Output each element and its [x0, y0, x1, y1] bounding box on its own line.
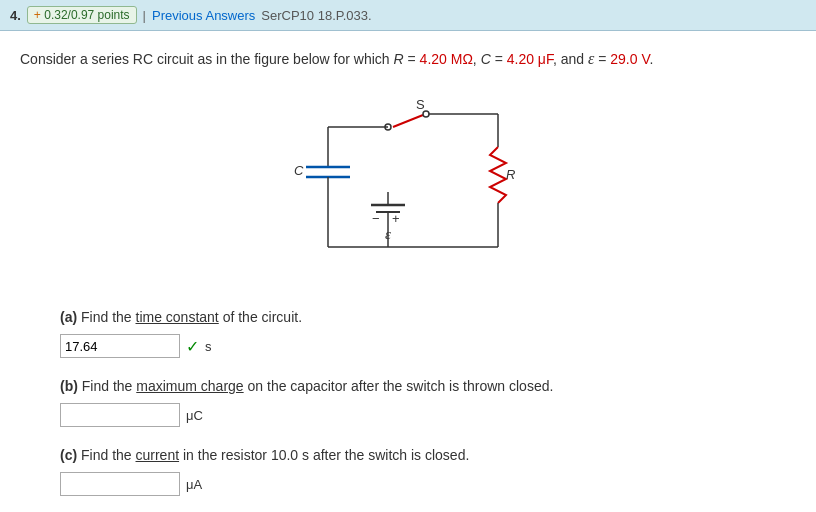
- svg-text:ε: ε: [385, 226, 391, 242]
- part-a-label: (a) Find the time constant of the circui…: [60, 307, 796, 328]
- reference-code: SerCP10 18.P.033.: [261, 8, 371, 23]
- points-value: 0.32/0.97 points: [44, 8, 129, 22]
- part-c-input[interactable]: [60, 472, 180, 496]
- part-b-answer-row: μC: [60, 403, 796, 427]
- svg-text:R: R: [506, 167, 515, 182]
- svg-text:+: +: [392, 211, 400, 226]
- separator: |: [143, 8, 146, 23]
- part-c-unit: μA: [186, 477, 202, 492]
- main-content: Consider a series RC circuit as in the f…: [0, 31, 816, 512]
- problem-statement: Consider a series RC circuit as in the f…: [20, 47, 796, 71]
- svg-text:−: −: [372, 211, 380, 226]
- part-a-answer-row: ✓ s: [60, 334, 796, 358]
- svg-line-2: [393, 115, 423, 127]
- part-c-answer-row: μA: [60, 472, 796, 496]
- part-a: (a) Find the time constant of the circui…: [60, 307, 796, 358]
- previous-answers-link[interactable]: Previous Answers: [152, 8, 255, 23]
- svg-text:S: S: [416, 97, 425, 112]
- circuit-diagram: S R C: [20, 87, 796, 287]
- header-bar: 4. + 0.32/0.97 points | Previous Answers…: [0, 0, 816, 31]
- part-a-checkmark: ✓: [186, 337, 199, 356]
- orange-plus: +: [34, 8, 41, 22]
- part-b-unit: μC: [186, 408, 203, 423]
- points-badge: + 0.32/0.97 points: [27, 6, 137, 24]
- part-b: (b) Find the maximum charge on the capac…: [60, 376, 796, 427]
- part-a-unit: s: [205, 339, 212, 354]
- part-b-label: (b) Find the maximum charge on the capac…: [60, 376, 796, 397]
- svg-text:C: C: [294, 163, 304, 178]
- part-c: (c) Find the current in the resistor 10.…: [60, 445, 796, 496]
- question-number: 4.: [10, 8, 21, 23]
- part-a-input[interactable]: [60, 334, 180, 358]
- parts-section: (a) Find the time constant of the circui…: [60, 307, 796, 496]
- part-b-input[interactable]: [60, 403, 180, 427]
- part-c-label: (c) Find the current in the resistor 10.…: [60, 445, 796, 466]
